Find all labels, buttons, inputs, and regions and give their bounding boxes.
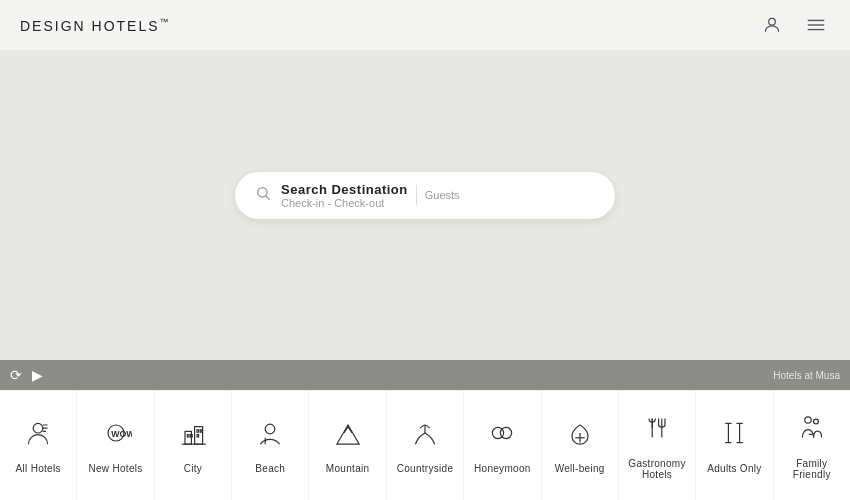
search-destination-section: Search Destination Check-in - Check-out bbox=[281, 182, 408, 209]
countryside-label: Countryside bbox=[397, 463, 454, 474]
countryside-icon bbox=[409, 417, 441, 455]
category-city[interactable]: City bbox=[155, 391, 232, 500]
category-bar: All Hotels WOW New Hotels City bbox=[0, 390, 850, 500]
all-hotels-icon bbox=[22, 417, 54, 455]
category-gastronomy[interactable]: Gastronomy Hotels bbox=[619, 391, 696, 500]
search-icon bbox=[255, 185, 271, 205]
header: DESIGN HOTELS™ bbox=[0, 0, 850, 50]
adults-only-icon bbox=[718, 417, 750, 455]
menu-icon[interactable] bbox=[802, 11, 830, 39]
family-friendly-icon bbox=[796, 412, 828, 450]
svg-point-0 bbox=[769, 18, 776, 25]
wellbeing-label: Well-being bbox=[555, 463, 605, 474]
new-hotels-label: New Hotels bbox=[88, 463, 142, 474]
category-all-hotels[interactable]: All Hotels bbox=[0, 391, 77, 500]
rewind-icon[interactable]: ⟳ bbox=[10, 367, 22, 383]
city-label: City bbox=[184, 463, 202, 474]
svg-rect-15 bbox=[197, 435, 199, 437]
svg-point-6 bbox=[33, 423, 43, 433]
beach-label: Beach bbox=[255, 463, 285, 474]
category-new-hotels[interactable]: WOW New Hotels bbox=[77, 391, 154, 500]
svg-rect-9 bbox=[185, 431, 191, 444]
user-icon[interactable] bbox=[758, 11, 786, 39]
logo: DESIGN HOTELS™ bbox=[20, 17, 171, 34]
main-content: Search Destination Check-in - Check-out … bbox=[0, 0, 850, 390]
svg-point-17 bbox=[265, 424, 275, 434]
beach-icon bbox=[254, 417, 286, 455]
svg-point-32 bbox=[813, 419, 818, 424]
svg-text:WOW: WOW bbox=[111, 429, 132, 439]
family-friendly-label: Family Friendly bbox=[779, 458, 845, 480]
category-mountain[interactable]: Mountain bbox=[309, 391, 386, 500]
category-family-friendly[interactable]: Family Friendly bbox=[774, 391, 850, 500]
search-guests: Guests bbox=[425, 189, 460, 201]
search-dates: Check-in - Check-out bbox=[281, 197, 408, 209]
category-beach[interactable]: Beach bbox=[232, 391, 309, 500]
category-countryside[interactable]: Countryside bbox=[387, 391, 464, 500]
svg-point-19 bbox=[501, 427, 512, 438]
header-actions bbox=[758, 11, 830, 39]
adults-only-label: Adults Only bbox=[707, 463, 761, 474]
video-label: Hotels at Musa bbox=[773, 370, 840, 381]
wellbeing-icon bbox=[564, 417, 596, 455]
honeymoon-label: Honeymoon bbox=[474, 463, 531, 474]
play-icon[interactable]: ▶ bbox=[32, 367, 43, 383]
svg-point-31 bbox=[805, 416, 811, 422]
all-hotels-label: All Hotels bbox=[16, 463, 61, 474]
category-adults-only[interactable]: Adults Only bbox=[696, 391, 773, 500]
mountain-label: Mountain bbox=[326, 463, 370, 474]
svg-point-4 bbox=[258, 188, 267, 197]
new-hotels-icon: WOW bbox=[100, 417, 132, 455]
gastronomy-icon bbox=[641, 412, 673, 450]
city-icon bbox=[177, 417, 209, 455]
mountain-icon bbox=[332, 417, 364, 455]
honeymoon-icon bbox=[486, 417, 518, 455]
video-strip: ⟳ ▶ Hotels at Musa bbox=[0, 360, 850, 390]
search-bar[interactable]: Search Destination Check-in - Check-out … bbox=[235, 172, 615, 219]
svg-rect-11 bbox=[187, 435, 189, 437]
category-honeymoon[interactable]: Honeymoon bbox=[464, 391, 541, 500]
search-title: Search Destination bbox=[281, 182, 408, 197]
gastronomy-label: Gastronomy Hotels bbox=[624, 458, 690, 480]
svg-line-5 bbox=[266, 196, 270, 200]
search-fields: Search Destination Check-in - Check-out … bbox=[281, 182, 595, 209]
svg-rect-13 bbox=[197, 430, 199, 432]
svg-rect-14 bbox=[200, 430, 202, 432]
search-divider bbox=[416, 185, 417, 205]
category-wellbeing[interactable]: Well-being bbox=[542, 391, 619, 500]
